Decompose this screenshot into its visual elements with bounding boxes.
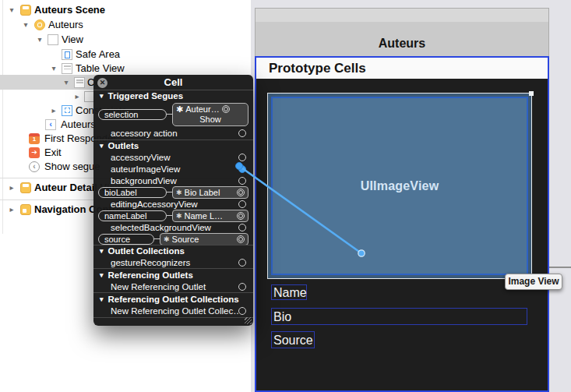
outlet-target-label: Name L… [185,211,234,221]
outlet-pill[interactable]: source [98,234,154,245]
row-selectedBackgroundView[interactable]: selectedBackgroundView [93,221,253,233]
outline-row-table-view[interactable]: ▾ Table View [0,61,251,76]
disclosure-down-icon[interactable]: ▾ [100,247,104,255]
connect-circle-icon[interactable] [238,200,246,208]
auteur-image-view[interactable]: UIImageView [267,93,532,279]
row-auteurImageView[interactable]: auteurImageView [93,163,253,175]
disclosure-right-icon[interactable]: ▸ [6,180,17,195]
row-label: New Referencing Outlet [111,282,238,291]
segue-kind-label: Show [176,115,245,125]
outlet-target-box[interactable]: ✱ Bio Label [172,186,248,199]
view-controller-icon [34,19,45,30]
segue-source-pill[interactable]: selection [98,109,167,120]
row-backgroundView[interactable]: backgroundView [93,175,253,186]
connected-ring-icon[interactable] [237,212,245,220]
connector-line [167,192,172,192]
navigation-bar-title[interactable]: Auteurs [379,37,425,51]
row-gestureRecognizers[interactable]: gestureRecognizers [93,256,253,268]
disclosure-down-icon[interactable]: ▾ [61,75,72,90]
close-icon[interactable]: ✕ [97,78,108,88]
section-outlets[interactable]: ▾ Outlets [93,139,253,151]
section-label: Referencing Outlet Collections [108,295,239,304]
disclosure-right-icon[interactable]: ▸ [72,89,83,104]
row-source[interactable]: source ✱ Source [93,233,253,245]
row-accessoryView[interactable]: accessoryView [93,151,253,163]
disclosure-down-icon[interactable]: ▾ [20,17,31,32]
connect-circle-icon[interactable] [238,177,246,185]
ib-object-icon: ✱ [176,189,182,196]
disclosure-down-icon[interactable]: ▾ [6,2,17,17]
connect-circle-icon[interactable] [238,154,246,161]
connected-ring-icon[interactable] [237,235,245,243]
resize-grip-icon[interactable] [245,317,252,324]
view-icon [48,34,58,45]
connect-circle-icon[interactable] [238,259,246,267]
connect-circle-icon[interactable] [238,283,246,291]
table-view-selected[interactable]: Prototype Cells UIImageView Name Bio Sou… [255,56,549,392]
row-new-referencing-outlet-collection[interactable]: New Referencing Outlet Collec… [93,305,253,317]
outline-row-view[interactable]: ▾ View [0,32,251,47]
segue-target-box[interactable]: ✱ Auteur… Show [172,103,248,126]
disclosure-right-icon[interactable]: ▸ [48,103,59,118]
ib-object-icon: ✱ [164,235,170,243]
connect-circle-active-icon[interactable] [238,165,246,173]
section-label: Outlet Collections [108,246,185,256]
navigation-controller-icon [20,204,31,215]
outlet-target-label: Bio Label [185,188,234,197]
table-view-cell[interactable]: UIImageView Name Bio Source [256,79,548,390]
row-editingAccessoryView[interactable]: editingAccessoryView [93,198,253,210]
connect-circle-icon[interactable] [238,224,246,231]
outline-row-view-controller[interactable]: ▾ Auteurs [0,17,251,32]
disclosure-down-icon[interactable]: ▾ [100,92,104,100]
source-label[interactable]: Source [271,331,315,348]
cell-icon [74,77,85,88]
connected-ring-icon[interactable] [237,189,245,196]
auteurs-scene-frame[interactable]: Auteurs Prototype Cells UIImageView Name… [255,8,549,392]
resize-handle[interactable] [529,91,534,96]
image-view-inner[interactable]: UIImageView [271,97,528,275]
connector-line [167,215,172,216]
row-label: gestureRecognizers [111,258,238,267]
row-label: accessoryView [111,153,238,162]
outlet-target-box[interactable]: ✱ Source [160,233,248,245]
outline-row-auteurs-scene[interactable]: ▾ Auteurs Scene [0,2,251,17]
prototype-cells-header: Prototype Cells [256,58,548,79]
panel-footer [93,317,253,326]
row-label: selectedBackgroundView [111,223,238,232]
section-referencing-outlets[interactable]: ▾ Referencing Outlets [93,268,253,281]
panel-title-bar[interactable]: Cell ✕ [93,75,253,90]
row-accessory-action[interactable]: accessory action [93,127,253,139]
connections-panel[interactable]: Cell ✕ ▾ Triggered Segues selection ✱ Au… [93,75,253,326]
outlet-pill[interactable]: nameLabel [98,210,167,221]
disclosure-down-icon[interactable]: ▾ [100,142,104,150]
navigation-bar[interactable]: Auteurs [255,22,549,56]
disclosure-down-icon[interactable]: ▾ [34,32,45,47]
name-label[interactable]: Name [271,284,307,300]
back-chevron-icon: ‹ [45,119,56,130]
row-new-referencing-outlet[interactable]: New Referencing Outlet [93,281,253,292]
simulated-status-bar [255,8,549,22]
first-responder-icon: 1 [29,133,40,144]
section-triggered-segues[interactable]: ▾ Triggered Segues [93,90,253,101]
panel-title: Cell [93,75,253,90]
row-bioLabel[interactable]: bioLabel ✱ Bio Label [93,186,253,198]
row-label: New Referencing Outlet Collec… [111,306,238,316]
storyboard-canvas[interactable]: Auteurs Prototype Cells UIImageView Name… [251,0,571,392]
section-outlet-collections[interactable]: ▾ Outlet Collections [93,245,253,256]
disclosure-down-icon[interactable]: ▾ [100,295,104,303]
section-referencing-outlet-collections[interactable]: ▾ Referencing Outlet Collections [93,292,253,305]
ib-object-icon: ✱ [176,104,183,115]
bio-label[interactable]: Bio [271,308,527,325]
outlet-pill[interactable]: bioLabel [98,187,167,198]
disclosure-down-icon[interactable]: ▾ [48,61,59,76]
connect-circle-icon[interactable] [238,129,246,137]
outline-row-safe-area[interactable]: Safe Area [0,47,251,62]
outlet-target-box[interactable]: ✱ Name L… [172,210,248,222]
connected-ring-icon[interactable] [222,105,230,113]
connect-circle-icon[interactable] [238,307,246,315]
row-nameLabel[interactable]: nameLabel ✱ Name L… [93,210,253,221]
table-view-icon [62,63,72,74]
row-selection-segue[interactable]: selection ✱ Auteur… Show [93,101,253,127]
disclosure-down-icon[interactable]: ▾ [100,271,104,279]
disclosure-right-icon[interactable]: ▸ [6,202,17,217]
